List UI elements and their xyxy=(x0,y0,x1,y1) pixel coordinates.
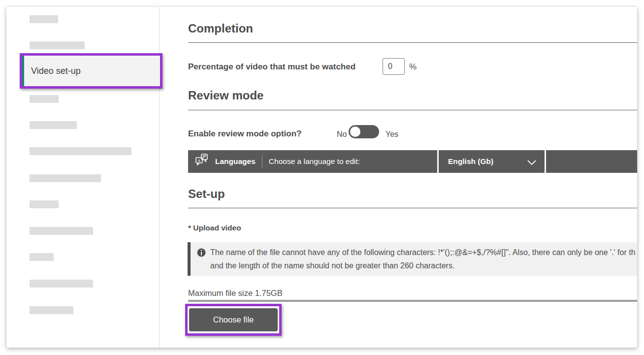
choose-file-button[interactable]: Choose file xyxy=(189,308,278,331)
language-select-dropdown[interactable]: English (Gb) xyxy=(439,150,545,173)
languages-bar-prompt: Choose a language to edit: xyxy=(269,157,360,166)
info-icon xyxy=(197,248,206,259)
review-mode-toggle[interactable] xyxy=(349,125,379,138)
languages-bar-title: Languages xyxy=(215,157,256,166)
languages-bar-separator xyxy=(262,155,262,168)
review-mode-heading: Review mode xyxy=(188,89,263,102)
section-divider xyxy=(188,110,637,110)
section-divider xyxy=(188,42,637,43)
completion-heading: Completion xyxy=(188,22,253,35)
toggle-knob xyxy=(350,127,360,137)
max-file-size-text: Maximum file size 1.75GB xyxy=(188,289,283,298)
highlight-box-choose-file: Choose file xyxy=(185,304,282,336)
upload-video-label: * Upload video xyxy=(188,224,241,232)
settings-main-panel: Completion Percentage of video that must… xyxy=(6,7,637,348)
upload-divider xyxy=(188,300,637,302)
watch-percentage-label: Percentage of video that must be watched xyxy=(188,62,355,72)
chevron-down-icon xyxy=(527,159,537,167)
watch-percentage-input[interactable] xyxy=(383,58,405,75)
toggle-yes-label: Yes xyxy=(386,130,398,139)
percent-sign: % xyxy=(409,62,417,72)
languages-bar-info-segment: A Languages Choose a language to edit: xyxy=(188,150,437,173)
info-text: The name of the file cannot have any of … xyxy=(210,246,636,272)
svg-text:A: A xyxy=(198,159,201,163)
toggle-no-label: No xyxy=(337,130,347,139)
translate-icon: A xyxy=(194,153,210,170)
languages-bar: A Languages Choose a language to edit: E… xyxy=(188,150,637,173)
languages-bar-filler-segment xyxy=(546,150,637,173)
info-line-1: The name of the file cannot have any of … xyxy=(210,246,636,259)
section-divider xyxy=(188,208,637,208)
info-line-2: and the length of the name should not be… xyxy=(210,259,636,272)
filename-info-box: The name of the file cannot have any of … xyxy=(188,242,637,276)
selected-language: English (Gb) xyxy=(448,157,493,166)
settings-card: Video set-up Completion Percentage of vi… xyxy=(6,7,637,348)
setup-heading: Set-up xyxy=(188,187,225,201)
enable-review-label: Enable review mode option? xyxy=(188,129,301,139)
